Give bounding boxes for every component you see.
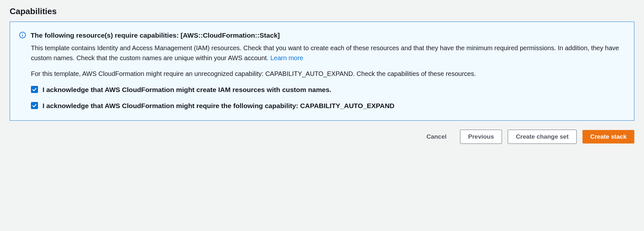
wizard-buttons: Cancel Previous Create change set Create…: [10, 130, 634, 144]
svg-point-2: [22, 33, 23, 34]
create-change-set-button[interactable]: Create change set: [508, 130, 577, 144]
info-icon: [19, 31, 26, 40]
acknowledge-auto-expand-checkbox[interactable]: [31, 102, 38, 109]
create-stack-button[interactable]: Create stack: [582, 130, 634, 143]
acknowledge-auto-expand-checkbox-wrap: [31, 101, 38, 109]
acknowledge-auto-expand-label[interactable]: I acknowledge that AWS CloudFormation mi…: [43, 101, 394, 111]
cancel-button[interactable]: Cancel: [419, 130, 454, 143]
alert-header: The following resource(s) require capabi…: [19, 31, 625, 40]
section-title: Capabilities: [10, 6, 634, 16]
acknowledge-iam-row: I acknowledge that AWS CloudFormation mi…: [31, 85, 625, 95]
previous-button[interactable]: Previous: [460, 130, 502, 144]
alert-paragraph-1: This template contains Identity and Acce…: [31, 43, 625, 63]
learn-more-link[interactable]: Learn more: [270, 54, 303, 61]
acknowledge-auto-expand-row: I acknowledge that AWS CloudFormation mi…: [31, 101, 625, 111]
capabilities-alert: The following resource(s) require capabi…: [10, 22, 634, 121]
alert-paragraph-1-text: This template contains Identity and Acce…: [31, 44, 619, 61]
alert-content: This template contains Identity and Acce…: [19, 43, 625, 111]
acknowledge-iam-checkbox[interactable]: [31, 86, 38, 93]
acknowledge-iam-checkbox-wrap: [31, 85, 38, 93]
alert-title: The following resource(s) require capabi…: [31, 31, 280, 40]
acknowledge-iam-label[interactable]: I acknowledge that AWS CloudFormation mi…: [43, 85, 332, 95]
alert-paragraph-2: For this template, AWS CloudFormation mi…: [31, 69, 625, 79]
